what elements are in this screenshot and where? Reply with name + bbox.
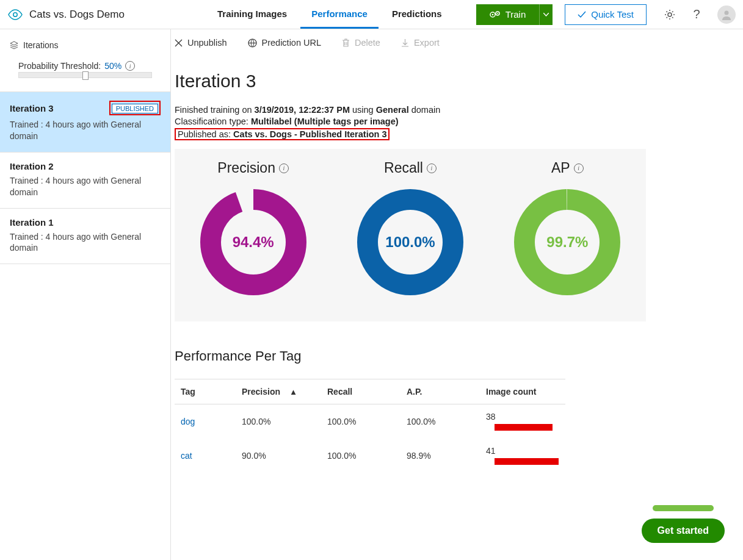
info-icon[interactable]: i (427, 163, 437, 173)
highlight-published-as: Published as: Cats vs. Dogs - Published … (175, 128, 390, 140)
download-icon (401, 38, 409, 48)
col-image-count[interactable]: Image count (480, 379, 565, 404)
main: Unpublish Prediction URL Delete Export I… (171, 29, 743, 560)
trash-icon (342, 38, 350, 48)
metric-precision: Precisioni 94.4% (198, 160, 308, 297)
page-title: Iteration 3 (175, 71, 743, 92)
col-precision[interactable]: Precision▴ (236, 379, 321, 404)
precision-donut: 94.4% (198, 187, 308, 297)
get-started-button[interactable]: Get started (642, 519, 725, 543)
svg-point-0 (13, 12, 17, 16)
iteration-meta: Finished training on 3/19/2019, 12:22:37… (175, 105, 743, 140)
chat-indicator[interactable] (653, 505, 714, 511)
content: Iteration 3 Finished training on 3/19/20… (171, 71, 743, 497)
gear-icon (664, 9, 675, 20)
performance-table: Tag Precision▴ Recall A.P. Image count d… (175, 379, 565, 473)
sort-asc-icon: ▴ (291, 387, 295, 397)
tab-performance[interactable]: Performance (300, 1, 379, 29)
chevron-down-icon (543, 13, 549, 16)
eye-icon (7, 9, 23, 20)
svg-point-6 (725, 10, 729, 15)
avatar[interactable] (717, 5, 736, 24)
sidebar-item-iteration-3[interactable]: Iteration 3 PUBLISHED Trained : 4 hours … (0, 92, 170, 153)
tab-training-images[interactable]: Training Images (206, 1, 298, 29)
help-button[interactable]: ? (686, 4, 708, 26)
recall-donut: 100.0% (355, 187, 465, 297)
prediction-url-button[interactable]: Prediction URL (248, 38, 322, 48)
settings-button[interactable] (659, 4, 681, 26)
train-button-group: Train (476, 4, 553, 25)
close-icon (175, 39, 183, 47)
highlight-published-badge: PUBLISHED (109, 101, 161, 115)
tag-link[interactable]: cat (181, 451, 192, 461)
iteration-toolbar: Unpublish Prediction URL Delete Export (171, 29, 743, 56)
iteration-title: Iteration 2 (10, 161, 54, 171)
person-icon (720, 9, 733, 21)
performance-per-tag-heading: Performance Per Tag (175, 348, 743, 364)
tag-link[interactable]: dog (181, 417, 195, 426)
svg-point-5 (668, 13, 672, 16)
col-tag[interactable]: Tag (175, 379, 236, 404)
iteration-title: Iteration 3 (10, 103, 54, 113)
iteration-subtitle: Trained : 4 hours ago with General domai… (10, 119, 161, 142)
sidebar-item-iteration-1[interactable]: Iteration 1 Trained : 4 hours ago with G… (0, 209, 170, 265)
iteration-subtitle: Trained : 4 hours ago with General domai… (10, 175, 161, 198)
tab-predictions[interactable]: Predictions (381, 1, 453, 29)
ap-donut: 99.7% (512, 187, 622, 297)
metrics-panel: Precisioni 94.4% Recalli 100.0% APi (175, 149, 646, 321)
check-icon (578, 11, 586, 18)
iterations-header: Iterations (0, 29, 170, 56)
threshold-slider[interactable] (18, 72, 152, 78)
topbar: Cats vs. Dogs Demo Training Images Perfo… (0, 0, 743, 29)
quick-test-button[interactable]: Quick Test (565, 4, 647, 25)
table-row: cat90.0%100.0%98.9%41 (175, 439, 565, 473)
unpublish-button[interactable]: Unpublish (175, 38, 227, 48)
metric-recall: Recalli 100.0% (355, 160, 465, 297)
info-icon[interactable]: i (125, 61, 135, 71)
globe-icon (248, 38, 257, 48)
slider-thumb[interactable] (82, 71, 89, 80)
col-recall[interactable]: Recall (321, 379, 400, 404)
question-icon: ? (693, 7, 700, 21)
iteration-subtitle: Trained : 4 hours ago with General domai… (10, 231, 161, 254)
train-dropdown-button[interactable] (539, 4, 553, 25)
svg-point-2 (491, 13, 493, 15)
probability-threshold: Probability Threshold: 50% i (0, 56, 170, 72)
threshold-value: 50% (104, 61, 121, 71)
info-icon[interactable]: i (279, 163, 289, 173)
col-ap[interactable]: A.P. (400, 379, 480, 404)
stack-icon (10, 41, 18, 49)
published-badge: PUBLISHED (112, 104, 158, 113)
count-bar (495, 424, 553, 431)
delete-button: Delete (342, 38, 380, 48)
body: Iterations Probability Threshold: 50% i … (0, 29, 743, 560)
export-button: Export (401, 38, 440, 48)
iteration-title: Iteration 1 (10, 217, 54, 228)
sidebar: Iterations Probability Threshold: 50% i … (0, 29, 171, 560)
train-button[interactable]: Train (476, 4, 540, 25)
table-row: dog100.0%100.0%100.0%38 (175, 404, 565, 439)
nav: Training Images Performance Predictions (206, 1, 453, 29)
gear-run-icon (490, 10, 501, 19)
brand: Cats vs. Dogs Demo (7, 9, 166, 21)
svg-point-4 (497, 13, 498, 14)
count-bar (495, 458, 559, 465)
project-name: Cats vs. Dogs Demo (29, 9, 125, 21)
sidebar-item-iteration-2[interactable]: Iteration 2 Trained : 4 hours ago with G… (0, 153, 170, 209)
info-icon[interactable]: i (574, 163, 584, 173)
metric-ap: APi 99.7% (512, 160, 622, 297)
table-header-row: Tag Precision▴ Recall A.P. Image count (175, 379, 565, 404)
